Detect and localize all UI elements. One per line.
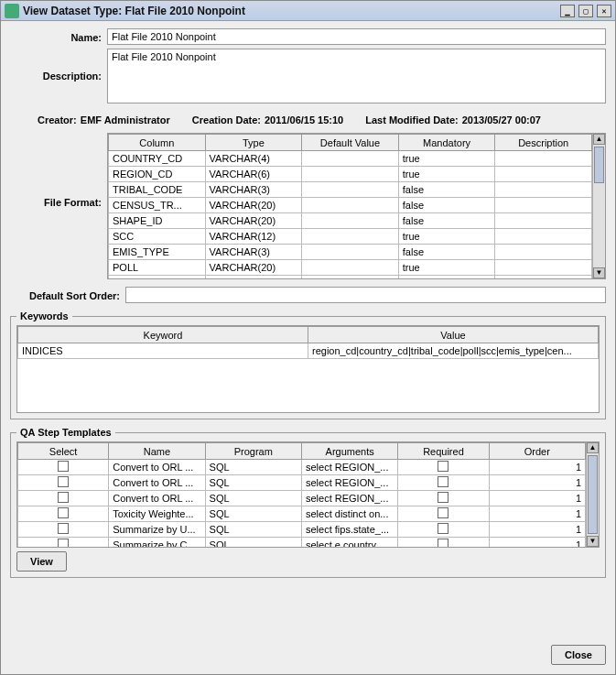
select-checkbox[interactable] bbox=[58, 539, 69, 547]
scroll-up-icon[interactable]: ▲ bbox=[593, 134, 605, 145]
required-checkbox[interactable] bbox=[438, 539, 448, 547]
file-format-table[interactable]: Column Type Default Value Mandatory Desc… bbox=[108, 134, 592, 278]
ff-header-column[interactable]: Column bbox=[109, 135, 206, 151]
table-row[interactable]: SHAPE_IDVARCHAR(20)false bbox=[109, 213, 592, 229]
creation-date-value: 2011/06/15 15:10 bbox=[265, 114, 343, 125]
table-row[interactable]: Convert to ORL ...SQLselect REGION_...1 bbox=[18, 475, 586, 491]
qa-legend: QA Step Templates bbox=[16, 427, 115, 438]
name-field[interactable] bbox=[107, 28, 606, 45]
keywords-table[interactable]: Keyword Value INDICESregion_cd|country_c… bbox=[17, 326, 599, 359]
table-row[interactable]: Toxicity Weighte...SQLselect distinct on… bbox=[18, 506, 586, 522]
maximize-icon[interactable]: ▢ bbox=[578, 5, 593, 17]
table-row[interactable]: REGION_CDVARCHAR(6)true bbox=[109, 167, 592, 182]
table-row[interactable]: POLLVARCHAR(20)true bbox=[109, 260, 592, 276]
table-row[interactable]: INDICESregion_cd|country_cd|tribal_code|… bbox=[18, 343, 599, 359]
app-icon bbox=[5, 4, 19, 18]
creation-date-label: Creation Date: bbox=[192, 114, 261, 125]
scroll-thumb[interactable] bbox=[588, 455, 598, 534]
creator-value: EMF Administrator bbox=[81, 114, 170, 125]
close-button[interactable]: Close bbox=[551, 645, 606, 665]
qa-header-select[interactable]: Select bbox=[18, 443, 109, 460]
scroll-down-icon[interactable]: ▼ bbox=[593, 267, 605, 278]
qa-header-order[interactable]: Order bbox=[489, 443, 585, 460]
select-checkbox[interactable] bbox=[58, 476, 69, 487]
table-row[interactable]: Summarize by U...SQLselect fips.state_..… bbox=[18, 522, 586, 538]
kw-header-value[interactable]: Value bbox=[308, 327, 599, 343]
table-row[interactable]: Summarize by C...SQLselect e.country_...… bbox=[18, 538, 586, 548]
scroll-thumb[interactable] bbox=[594, 147, 604, 183]
last-modified-value: 2013/05/27 00:07 bbox=[462, 114, 541, 125]
select-checkbox[interactable] bbox=[58, 461, 69, 472]
view-button[interactable]: View bbox=[16, 551, 67, 572]
window-title: View Dataset Type: Flat File 2010 Nonpoi… bbox=[23, 5, 560, 17]
description-label: Description: bbox=[10, 49, 102, 82]
required-checkbox[interactable] bbox=[438, 523, 448, 534]
window-frame: View Dataset Type: Flat File 2010 Nonpoi… bbox=[0, 0, 616, 675]
titlebar: View Dataset Type: Flat File 2010 Nonpoi… bbox=[1, 1, 615, 21]
ff-header-type[interactable]: Type bbox=[205, 135, 302, 151]
qa-header-arguments[interactable]: Arguments bbox=[301, 443, 397, 460]
table-row[interactable]: CENSUS_TR...VARCHAR(20)false bbox=[109, 198, 592, 213]
table-row[interactable]: SCCVARCHAR(12)true bbox=[109, 229, 592, 245]
required-checkbox[interactable] bbox=[438, 507, 448, 518]
ff-header-description[interactable]: Description bbox=[495, 135, 592, 151]
select-checkbox[interactable] bbox=[58, 507, 69, 518]
qa-table[interactable]: Select Name Program Arguments Required O… bbox=[17, 442, 586, 547]
file-format-label: File Format: bbox=[10, 133, 102, 208]
required-checkbox[interactable] bbox=[438, 461, 448, 472]
table-row[interactable]: ANN_VALUEdouble precisi...true bbox=[109, 276, 592, 279]
table-row[interactable]: Convert to ORL ...SQLselect REGION_...1 bbox=[18, 491, 586, 506]
qa-scrollbar[interactable]: ▲ ▼ bbox=[586, 442, 599, 547]
table-row[interactable]: TRIBAL_CODEVARCHAR(3)false bbox=[109, 182, 592, 198]
minimize-icon[interactable]: ▁ bbox=[560, 5, 575, 17]
required-checkbox[interactable] bbox=[438, 492, 448, 503]
scroll-up-icon[interactable]: ▲ bbox=[587, 442, 599, 453]
keywords-fieldset: Keywords Keyword Value INDICESregion_cd|… bbox=[10, 310, 606, 419]
required-checkbox[interactable] bbox=[438, 476, 448, 487]
keywords-legend: Keywords bbox=[16, 310, 72, 321]
description-field[interactable]: Flat File 2010 Nonpoint bbox=[107, 49, 606, 103]
table-row[interactable]: EMIS_TYPEVARCHAR(3)false bbox=[109, 245, 592, 260]
last-modified-label: Last Modified Date: bbox=[365, 114, 458, 125]
qa-fieldset: QA Step Templates Select Name Program Ar… bbox=[10, 427, 606, 578]
scroll-down-icon[interactable]: ▼ bbox=[587, 536, 599, 547]
ff-header-mandatory[interactable]: Mandatory bbox=[398, 135, 495, 151]
default-sort-order-field[interactable] bbox=[125, 287, 606, 303]
ff-header-default[interactable]: Default Value bbox=[302, 135, 399, 151]
kw-header-keyword[interactable]: Keyword bbox=[18, 327, 308, 343]
table-row[interactable]: Convert to ORL ...SQLselect REGION_...1 bbox=[18, 460, 586, 475]
close-icon[interactable]: ✕ bbox=[597, 5, 611, 17]
file-format-scrollbar[interactable]: ▲ ▼ bbox=[592, 134, 605, 278]
qa-header-program[interactable]: Program bbox=[205, 443, 301, 460]
qa-header-name[interactable]: Name bbox=[109, 443, 205, 460]
name-label: Name: bbox=[10, 28, 102, 43]
select-checkbox[interactable] bbox=[58, 492, 69, 503]
table-row[interactable]: COUNTRY_CDVARCHAR(4)true bbox=[109, 151, 592, 167]
default-sort-order-label: Default Sort Order: bbox=[10, 287, 120, 301]
select-checkbox[interactable] bbox=[58, 523, 69, 534]
creator-label: Creator: bbox=[38, 114, 77, 125]
qa-header-required[interactable]: Required bbox=[398, 443, 489, 460]
